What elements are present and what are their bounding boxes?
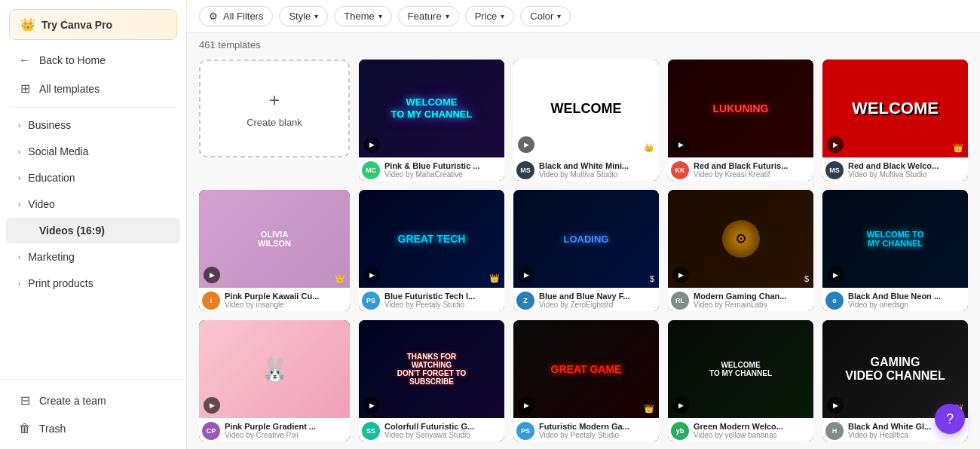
play-button[interactable]: ▶: [518, 397, 534, 414]
template-title: Black And Blue Neon ...: [848, 292, 965, 301]
template-preview-visual: 🐰: [261, 356, 289, 383]
sidebar-item-business[interactable]: › Business: [6, 112, 180, 138]
avatar: MS: [516, 161, 534, 179]
chevron-down-icon: ▾: [557, 12, 561, 20]
sidebar-item-back-home[interactable]: ← Back to Home: [6, 47, 180, 74]
chevron-right-icon: ›: [18, 121, 20, 130]
avatar: i: [202, 292, 220, 310]
play-button[interactable]: ▶: [363, 267, 380, 283]
play-button[interactable]: ▶: [204, 267, 220, 283]
template-card[interactable]: THANKS FORWATCHINGDON'T FORGET TOSUBSCRI…: [359, 320, 504, 441]
template-info: MC Pink & Blue Futuristic ... Video by M…: [359, 157, 504, 181]
avatar: H: [825, 422, 844, 440]
all-filters-button[interactable]: ⚙ All Filters: [199, 6, 273, 26]
template-title: Pink Purple Kawaii Cu...: [225, 292, 347, 301]
template-card[interactable]: LUKUNING ▶ KK Red and Black Futuris... V…: [668, 60, 813, 181]
template-info: PS Blue Futuristic Tech I... Video by Pe…: [359, 288, 504, 311]
template-thumbnail: WELCOME TOMY CHANNEL ▶: [822, 190, 968, 288]
template-card[interactable]: WELCOMETO MY CHANNEL ▶ MC Pink & Blue Fu…: [359, 60, 504, 181]
avatar: MS: [825, 161, 844, 179]
sidebar-item-all-templates[interactable]: ⊞ All templates: [6, 75, 180, 102]
sidebar-item-social-media[interactable]: › Social Media: [6, 139, 180, 164]
template-text: Pink & Blue Futuristic ... Video by Maha…: [384, 161, 501, 179]
crown-badge: 👑: [644, 404, 654, 414]
color-filter-button[interactable]: Color ▾: [520, 6, 571, 26]
play-button[interactable]: ▶: [672, 397, 689, 414]
play-button[interactable]: ▶: [363, 397, 380, 414]
play-button[interactable]: ▶: [827, 397, 844, 414]
play-button[interactable]: ▶: [204, 397, 220, 414]
template-text: Blue Futuristic Tech I... Video by Peeta…: [384, 292, 501, 309]
all-filters-label: All Filters: [223, 11, 263, 22]
template-info: CP Pink Purple Gradient ... Video by Cre…: [199, 418, 350, 441]
template-card[interactable]: OLIVIAWILSON ▶ 👑 i Pink Purple Kawaii Cu…: [199, 190, 350, 311]
feature-filter-button[interactable]: Feature ▾: [398, 6, 459, 26]
template-preview-visual: ⚙: [722, 220, 760, 258]
sidebar-item-create-team[interactable]: ⊟ Create a team: [6, 386, 180, 414]
template-thumbnail: OLIVIAWILSON ▶ 👑: [199, 190, 350, 288]
template-card[interactable]: LOADING ▶ $ Z Blue and Blue Navy F... Vi…: [513, 190, 659, 311]
template-info: SS Colorfull Futuristic G... Video by Se…: [359, 418, 504, 441]
template-title: Pink & Blue Futuristic ...: [384, 161, 501, 170]
avatar: MC: [362, 161, 380, 179]
help-fab-button[interactable]: ?: [935, 404, 965, 434]
sidebar-item-marketing[interactable]: › Marketing: [6, 244, 180, 270]
template-title: Colorfull Futuristic G...: [384, 422, 501, 431]
sidebar-item-video[interactable]: › Video: [6, 191, 180, 217]
template-author: Video by Multiva Studio: [539, 170, 656, 179]
template-card[interactable]: GREAT TECH ▶ 👑 PS Blue Futuristic Tech I…: [359, 190, 504, 311]
play-button[interactable]: ▶: [827, 267, 844, 283]
template-preview-text: WELCOME: [551, 101, 622, 117]
template-card[interactable]: WELCOME TOMY CHANNEL ▶ o Black And Blue …: [822, 190, 968, 311]
chevron-down-icon: ▾: [501, 12, 504, 20]
template-card[interactable]: WELCOME ▶ 👑 MS Red and Black Welco... Vi…: [822, 60, 968, 181]
template-card[interactable]: WELCOMETO MY CHANNEL ▶ yb Green Modern W…: [668, 320, 813, 441]
play-button[interactable]: ▶: [827, 136, 844, 153]
try-canva-pro-button[interactable]: 👑 Try Canva Pro: [9, 9, 177, 40]
template-card[interactable]: GREAT GAME ▶ 👑 PS Futuristic Modern Ga..…: [513, 320, 659, 441]
template-thumbnail: LOADING ▶ $: [513, 190, 659, 288]
template-info: MS Red and Black Welco... Video by Multi…: [822, 157, 968, 181]
sidebar-item-label: Videos (16:9): [39, 225, 105, 237]
play-button[interactable]: ▶: [518, 136, 534, 153]
style-filter-button[interactable]: Style ▾: [279, 6, 328, 26]
sidebar-divider: [9, 107, 177, 108]
create-blank-label: Create blank: [247, 117, 302, 128]
template-thumbnail: 🐰 ▶: [199, 320, 350, 418]
avatar: SS: [362, 422, 380, 440]
template-thumbnail: GREAT TECH ▶ 👑: [359, 190, 504, 288]
question-icon: ?: [946, 411, 954, 427]
template-preview-text: THANKS FORWATCHINGDON'T FORGET TOSUBSCRI…: [397, 353, 467, 386]
chevron-down-icon: ▾: [314, 12, 318, 20]
templates-count: 461 templates: [187, 33, 980, 53]
sidebar-item-videos-16-9[interactable]: Videos (16:9): [6, 218, 180, 243]
template-text: Blue and Blue Navy F... Video by ZeroEig…: [539, 292, 656, 309]
template-card[interactable]: 🐰 ▶ CP Pink Purple Gradient ... Video by…: [199, 320, 350, 441]
price-filter-button[interactable]: Price ▾: [465, 6, 515, 26]
template-info: o Black And Blue Neon ... Video by oneds…: [822, 288, 968, 311]
template-title: Blue and Blue Navy F...: [539, 292, 656, 301]
create-blank-card[interactable]: + Create blank: [199, 60, 350, 157]
sidebar-item-label: Create a team: [39, 395, 106, 407]
template-author: Video by Peetaly Studio: [539, 431, 656, 439]
chevron-right-icon: ›: [18, 174, 20, 182]
grid-icon: ⊞: [18, 81, 32, 96]
theme-filter-button[interactable]: Theme ▾: [334, 6, 391, 26]
play-button[interactable]: ▶: [672, 267, 689, 283]
template-author: Video by ZeroEightstd: [539, 301, 656, 309]
play-button[interactable]: ▶: [363, 136, 380, 153]
play-button[interactable]: ▶: [672, 136, 689, 153]
sidebar-item-label: Video: [28, 198, 55, 210]
sidebar-item-education[interactable]: › Education: [6, 165, 180, 191]
avatar: CP: [202, 422, 220, 440]
template-card[interactable]: ⚙ ▶ $ RL Modern Gaming Chan... Video by …: [668, 190, 813, 311]
sidebar-bottom: ⊟ Create a team 🗑 Trash: [0, 379, 186, 449]
avatar: o: [825, 292, 844, 310]
sidebar-item-trash[interactable]: 🗑 Trash: [6, 415, 180, 442]
template-text: Black and White Mini... Video by Multiva…: [539, 161, 656, 179]
play-button[interactable]: ▶: [518, 267, 534, 283]
sidebar-item-print-products[interactable]: › Print products: [6, 270, 180, 296]
sidebar-nav: ← Back to Home ⊞ All templates › Busines…: [0, 46, 186, 379]
template-card[interactable]: WELCOME ▶ 👑 MS Black and White Mini... V…: [513, 60, 659, 181]
chevron-down-icon: ▾: [378, 12, 382, 20]
